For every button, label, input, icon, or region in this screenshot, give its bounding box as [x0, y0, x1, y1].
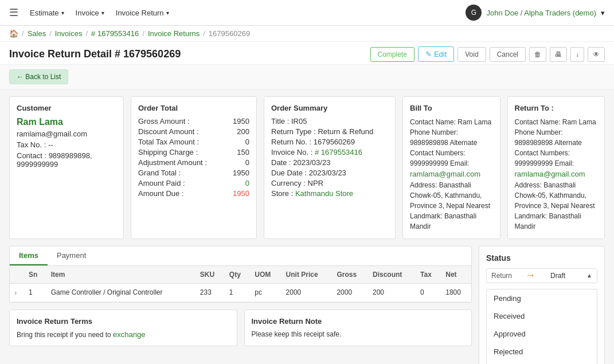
breadcrumb-invoices[interactable]: Invoices	[55, 29, 83, 38]
home-icon[interactable]: 🏠	[9, 29, 18, 38]
breadcrumb-sales[interactable]: Sales	[28, 29, 46, 38]
return-to-card: Return To : Contact Name: Ram Lama Phone…	[507, 96, 605, 239]
summary-due-date: Due Date : 2023/03/23	[271, 169, 388, 177]
order-row-amount-due: Amount Due : 1950	[138, 189, 249, 198]
status-option-received[interactable]: Received	[487, 307, 597, 325]
exchange-link[interactable]: exchange	[113, 330, 145, 339]
view-button[interactable]: 👁	[588, 47, 605, 62]
row-sn: 1	[24, 283, 46, 302]
status-option-rejected[interactable]: Rejected	[487, 343, 597, 361]
page-header: Invoice Return Detail # 1679560269 Compl…	[0, 42, 614, 65]
avatar: G	[466, 5, 482, 21]
customer-contact: Contact : 9898989898, 9999999999	[17, 151, 116, 169]
status-dropdown: Return → Draft ▲	[486, 268, 597, 283]
row-gross: 2000	[332, 283, 368, 302]
print-button[interactable]: 🖶	[550, 47, 567, 62]
order-row-adjustment: Adjustment Amount : 0	[138, 158, 249, 167]
main-bottom: Items Payment Sn Item SKU Qty UOM	[9, 246, 472, 365]
breadcrumb-current: 1679560269	[209, 29, 250, 38]
col-header-qty: Qty	[225, 266, 250, 284]
complete-button[interactable]: Complete	[370, 47, 414, 62]
action-buttons: Complete ✎ Edit Void Cancel 🗑 🖶 ↓ 👁	[370, 46, 605, 62]
col-header-discount: Discount	[368, 266, 416, 284]
breadcrumb-invoice-returns[interactable]: Invoice Returns	[148, 29, 200, 38]
void-button[interactable]: Void	[457, 47, 486, 62]
order-summary-card: Order Summary Title : IR05 Return Type :…	[264, 96, 396, 239]
col-header-tax: Tax	[416, 266, 441, 284]
bill-to-email: ramlama@gmail.com	[410, 170, 480, 178]
invoice-return-arrow-icon: ▾	[166, 10, 169, 16]
col-header-unit-price: Unit Price	[281, 266, 333, 284]
status-current-value: Draft	[550, 272, 565, 280]
row-net: 1800	[441, 283, 471, 302]
estimate-arrow-icon: ▾	[61, 10, 64, 16]
status-panel-title: Status	[486, 253, 597, 263]
order-row-gross: Gross Amount : 1950	[138, 117, 249, 126]
main-content: Customer Ram Lama ramlama@gmail.com Tax …	[0, 89, 614, 364]
summary-return-no: Return No. : 1679560269	[271, 138, 388, 146]
order-row-amount-paid: Amount Paid : 0	[138, 179, 249, 187]
order-total-title: Order Total	[138, 104, 249, 112]
delete-button[interactable]: 🗑	[529, 47, 546, 62]
terms-title: Invoice Return Terms	[17, 317, 230, 326]
customer-tax: Tax No. : --	[17, 140, 116, 149]
user-dropdown-arrow-icon: ▾	[601, 9, 605, 17]
user-name: John Doe / Alpha Traders (demo)	[486, 9, 596, 17]
status-dropdown-trigger[interactable]: Return → Draft ▲	[486, 268, 597, 283]
nav-estimate[interactable]: Estimate ▾	[30, 9, 64, 17]
row-item: Game Controller / Original Controller	[46, 283, 195, 302]
summary-date: Date : 2023/03/23	[271, 158, 388, 167]
col-header-sku: SKU	[195, 266, 225, 284]
cancel-button[interactable]: Cancel	[490, 47, 526, 62]
table-header-row: Sn Item SKU Qty UOM Unit Price Gross Dis…	[10, 266, 471, 284]
dropdown-arrow-icon: ▲	[586, 272, 592, 279]
order-summary-title: Order Summary	[271, 104, 388, 112]
order-row-grand-total: Grand Total : 1950	[138, 169, 249, 177]
row-sku: 233	[195, 283, 225, 302]
tab-header: Items Payment	[10, 246, 471, 266]
breadcrumb: 🏠 / Sales / Invoices / # 1679553416 / In…	[0, 26, 614, 42]
tab-items[interactable]: Items	[10, 246, 48, 265]
customer-email: ramlama@gmail.com	[17, 130, 116, 138]
back-section: ← Back to List	[0, 65, 614, 89]
col-header-item: Item	[46, 266, 195, 284]
invoice-note-card: Invoice Return Note Please keep this rec…	[244, 310, 472, 346]
bill-to-title: Bill To	[410, 104, 493, 112]
items-payment-tabs: Items Payment Sn Item SKU Qty UOM	[9, 246, 472, 303]
status-dropdown-wrapper: Return → Draft ▲ Pending Received Approv…	[486, 268, 597, 365]
orange-arrow-icon: →	[525, 269, 535, 281]
col-header-gross: Gross	[332, 266, 368, 284]
breadcrumb-invoice-number[interactable]: # 1679553416	[91, 29, 139, 38]
row-unit-price: 2000	[281, 283, 333, 302]
table-row: › 1 Game Controller / Original Controlle…	[10, 283, 471, 302]
summary-store: Store : Kathmandu Store	[271, 189, 388, 198]
nav-invoice[interactable]: Invoice ▾	[76, 9, 104, 17]
order-total-card: Order Total Gross Amount : 1950 Discount…	[131, 96, 257, 239]
store-link[interactable]: Kathmandu Store	[295, 189, 353, 198]
order-row-tax: Total Tax Amount : 0	[138, 138, 249, 146]
cards-row: Customer Ram Lama ramlama@gmail.com Tax …	[9, 96, 605, 239]
customer-name: Ram Lama	[17, 117, 116, 127]
invoice-number-link[interactable]: # 1679553416	[315, 148, 362, 156]
user-section[interactable]: G John Doe / Alpha Traders (demo) ▾	[466, 5, 605, 21]
row-discount: 200	[368, 283, 416, 302]
edit-icon: ✎	[425, 50, 432, 58]
status-option-processing[interactable]: Processing	[487, 361, 597, 365]
terms-notes-row: Invoice Return Terms Bring this receipt …	[9, 310, 472, 346]
bill-to-text: Contact Name: Ram Lama Phone Number: 989…	[410, 117, 493, 232]
col-header-net: Net	[441, 266, 471, 284]
terms-card: Invoice Return Terms Bring this receipt …	[9, 310, 237, 346]
edit-button[interactable]: ✎ Edit	[418, 46, 454, 62]
menu-icon[interactable]: ☰	[9, 6, 18, 19]
status-option-pending[interactable]: Pending	[487, 289, 597, 307]
download-button[interactable]: ↓	[570, 47, 584, 62]
nav-invoice-return[interactable]: Invoice Return ▾	[116, 9, 169, 17]
return-label: Return	[491, 272, 512, 280]
invoice-arrow-icon: ▾	[101, 10, 104, 16]
status-option-approved[interactable]: Approved	[487, 325, 597, 343]
row-expand[interactable]: ›	[10, 283, 24, 302]
back-to-list-button[interactable]: ← Back to List	[9, 69, 68, 84]
invoice-note-title: Invoice Return Note	[252, 317, 465, 326]
row-uom: pc	[250, 283, 281, 302]
tab-payment[interactable]: Payment	[48, 246, 95, 265]
